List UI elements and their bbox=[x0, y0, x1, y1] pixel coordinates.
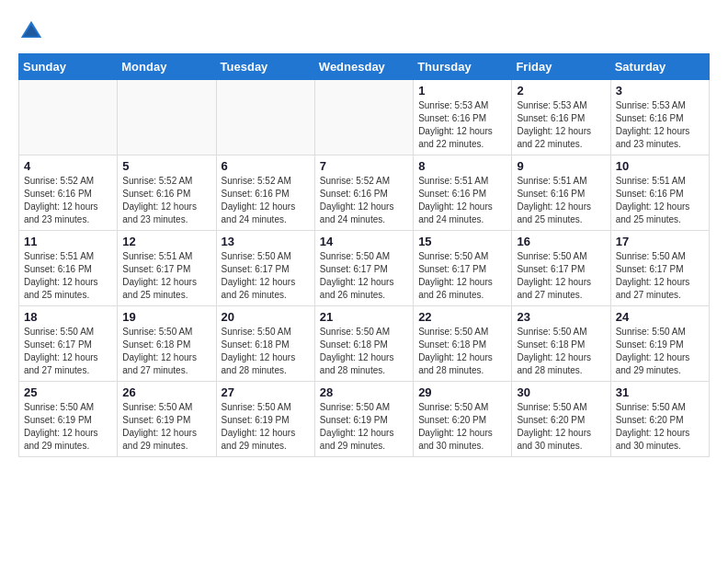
day-info: Sunrise: 5:52 AM Sunset: 6:16 PM Dayligh… bbox=[320, 175, 408, 226]
day-info: Sunrise: 5:51 AM Sunset: 6:16 PM Dayligh… bbox=[616, 175, 704, 226]
day-number: 4 bbox=[24, 159, 112, 173]
day-info: Sunrise: 5:51 AM Sunset: 6:17 PM Dayligh… bbox=[122, 250, 210, 302]
day-info: Sunrise: 5:50 AM Sunset: 6:17 PM Dayligh… bbox=[418, 250, 506, 302]
day-info: Sunrise: 5:50 AM Sunset: 6:18 PM Dayligh… bbox=[517, 326, 605, 377]
calendar-cell bbox=[314, 80, 413, 155]
calendar-cell: 20Sunrise: 5:50 AM Sunset: 6:18 PM Dayli… bbox=[216, 306, 314, 382]
weekday-header-sunday: Sunday bbox=[19, 54, 118, 80]
day-number: 24 bbox=[616, 310, 704, 324]
day-number: 7 bbox=[320, 159, 408, 173]
calendar-cell: 9Sunrise: 5:51 AM Sunset: 6:16 PM Daylig… bbox=[512, 155, 610, 231]
day-info: Sunrise: 5:51 AM Sunset: 6:16 PM Dayligh… bbox=[517, 175, 605, 226]
day-info: Sunrise: 5:50 AM Sunset: 6:19 PM Dayligh… bbox=[222, 401, 310, 453]
day-number: 10 bbox=[616, 159, 704, 173]
day-number: 9 bbox=[517, 159, 605, 173]
day-number: 2 bbox=[517, 84, 605, 98]
calendar-week-row: 25Sunrise: 5:50 AM Sunset: 6:19 PM Dayli… bbox=[19, 382, 710, 457]
calendar-cell bbox=[216, 80, 314, 155]
day-info: Sunrise: 5:52 AM Sunset: 6:16 PM Dayligh… bbox=[24, 175, 112, 226]
day-info: Sunrise: 5:52 AM Sunset: 6:16 PM Dayligh… bbox=[122, 175, 210, 226]
calendar-cell: 10Sunrise: 5:51 AM Sunset: 6:16 PM Dayli… bbox=[610, 155, 709, 231]
day-number: 18 bbox=[24, 310, 112, 324]
day-info: Sunrise: 5:50 AM Sunset: 6:19 PM Dayligh… bbox=[616, 326, 704, 377]
calendar-cell: 8Sunrise: 5:51 AM Sunset: 6:16 PM Daylig… bbox=[414, 155, 512, 231]
weekday-header-saturday: Saturday bbox=[610, 54, 709, 80]
calendar-cell: 1Sunrise: 5:53 AM Sunset: 6:16 PM Daylig… bbox=[414, 80, 512, 155]
calendar-cell: 7Sunrise: 5:52 AM Sunset: 6:16 PM Daylig… bbox=[314, 155, 413, 231]
calendar-cell: 15Sunrise: 5:50 AM Sunset: 6:17 PM Dayli… bbox=[414, 231, 512, 306]
day-number: 12 bbox=[122, 235, 210, 248]
calendar-week-row: 11Sunrise: 5:51 AM Sunset: 6:16 PM Dayli… bbox=[19, 231, 710, 306]
weekday-header-wednesday: Wednesday bbox=[314, 54, 413, 80]
calendar-cell: 22Sunrise: 5:50 AM Sunset: 6:18 PM Dayli… bbox=[414, 306, 512, 382]
day-number: 21 bbox=[320, 310, 408, 324]
logo bbox=[18, 18, 48, 44]
calendar-cell: 3Sunrise: 5:53 AM Sunset: 6:16 PM Daylig… bbox=[610, 80, 709, 155]
day-number: 29 bbox=[418, 385, 506, 399]
day-number: 5 bbox=[122, 159, 210, 173]
day-number: 28 bbox=[320, 385, 408, 399]
day-info: Sunrise: 5:53 AM Sunset: 6:16 PM Dayligh… bbox=[418, 99, 506, 151]
calendar-week-row: 4Sunrise: 5:52 AM Sunset: 6:16 PM Daylig… bbox=[19, 155, 710, 231]
calendar-cell: 11Sunrise: 5:51 AM Sunset: 6:16 PM Dayli… bbox=[19, 231, 118, 306]
day-info: Sunrise: 5:50 AM Sunset: 6:20 PM Dayligh… bbox=[517, 401, 605, 453]
day-info: Sunrise: 5:52 AM Sunset: 6:16 PM Dayligh… bbox=[222, 175, 310, 226]
weekday-header-monday: Monday bbox=[118, 54, 216, 80]
calendar-cell: 4Sunrise: 5:52 AM Sunset: 6:16 PM Daylig… bbox=[19, 155, 118, 231]
day-info: Sunrise: 5:51 AM Sunset: 6:16 PM Dayligh… bbox=[24, 250, 112, 302]
day-info: Sunrise: 5:51 AM Sunset: 6:16 PM Dayligh… bbox=[418, 175, 506, 226]
calendar-cell: 23Sunrise: 5:50 AM Sunset: 6:18 PM Dayli… bbox=[512, 306, 610, 382]
day-info: Sunrise: 5:50 AM Sunset: 6:18 PM Dayligh… bbox=[122, 326, 210, 377]
day-info: Sunrise: 5:50 AM Sunset: 6:19 PM Dayligh… bbox=[122, 401, 210, 453]
day-number: 1 bbox=[418, 84, 506, 98]
day-number: 31 bbox=[616, 385, 704, 399]
calendar-cell: 27Sunrise: 5:50 AM Sunset: 6:19 PM Dayli… bbox=[216, 382, 314, 457]
calendar-cell: 28Sunrise: 5:50 AM Sunset: 6:19 PM Dayli… bbox=[314, 382, 413, 457]
calendar-cell bbox=[19, 80, 118, 155]
day-info: Sunrise: 5:50 AM Sunset: 6:17 PM Dayligh… bbox=[320, 250, 408, 302]
calendar-week-row: 18Sunrise: 5:50 AM Sunset: 6:17 PM Dayli… bbox=[19, 306, 710, 382]
calendar-cell: 2Sunrise: 5:53 AM Sunset: 6:16 PM Daylig… bbox=[512, 80, 610, 155]
calendar-cell: 14Sunrise: 5:50 AM Sunset: 6:17 PM Dayli… bbox=[314, 231, 413, 306]
calendar-table: SundayMondayTuesdayWednesdayThursdayFrid… bbox=[18, 53, 710, 457]
day-number: 22 bbox=[418, 310, 506, 324]
day-number: 16 bbox=[517, 235, 605, 248]
calendar-week-row: 1Sunrise: 5:53 AM Sunset: 6:16 PM Daylig… bbox=[19, 80, 710, 155]
calendar-cell: 31Sunrise: 5:50 AM Sunset: 6:20 PM Dayli… bbox=[610, 382, 709, 457]
calendar-cell: 26Sunrise: 5:50 AM Sunset: 6:19 PM Dayli… bbox=[118, 382, 216, 457]
weekday-header-friday: Friday bbox=[512, 54, 610, 80]
calendar-cell: 6Sunrise: 5:52 AM Sunset: 6:16 PM Daylig… bbox=[216, 155, 314, 231]
calendar-cell: 16Sunrise: 5:50 AM Sunset: 6:17 PM Dayli… bbox=[512, 231, 610, 306]
logo-icon bbox=[18, 18, 44, 44]
calendar-cell: 12Sunrise: 5:51 AM Sunset: 6:17 PM Dayli… bbox=[118, 231, 216, 306]
calendar-cell bbox=[118, 80, 216, 155]
day-number: 3 bbox=[616, 84, 704, 98]
day-info: Sunrise: 5:50 AM Sunset: 6:19 PM Dayligh… bbox=[24, 401, 112, 453]
day-info: Sunrise: 5:50 AM Sunset: 6:20 PM Dayligh… bbox=[616, 401, 704, 453]
day-number: 13 bbox=[222, 235, 310, 248]
day-number: 19 bbox=[122, 310, 210, 324]
day-info: Sunrise: 5:50 AM Sunset: 6:17 PM Dayligh… bbox=[24, 326, 112, 377]
day-number: 23 bbox=[517, 310, 605, 324]
day-info: Sunrise: 5:50 AM Sunset: 6:17 PM Dayligh… bbox=[222, 250, 310, 302]
day-number: 8 bbox=[418, 159, 506, 173]
calendar-cell: 19Sunrise: 5:50 AM Sunset: 6:18 PM Dayli… bbox=[118, 306, 216, 382]
calendar-cell: 21Sunrise: 5:50 AM Sunset: 6:18 PM Dayli… bbox=[314, 306, 413, 382]
day-number: 6 bbox=[222, 159, 310, 173]
day-number: 15 bbox=[418, 235, 506, 248]
calendar-cell: 13Sunrise: 5:50 AM Sunset: 6:17 PM Dayli… bbox=[216, 231, 314, 306]
weekday-header-thursday: Thursday bbox=[414, 54, 512, 80]
page-header bbox=[18, 18, 710, 44]
day-number: 25 bbox=[24, 385, 112, 399]
calendar-cell: 17Sunrise: 5:50 AM Sunset: 6:17 PM Dayli… bbox=[610, 231, 709, 306]
day-number: 27 bbox=[222, 385, 310, 399]
day-number: 30 bbox=[517, 385, 605, 399]
day-info: Sunrise: 5:53 AM Sunset: 6:16 PM Dayligh… bbox=[616, 99, 704, 151]
day-number: 26 bbox=[122, 385, 210, 399]
day-number: 17 bbox=[616, 235, 704, 248]
day-info: Sunrise: 5:53 AM Sunset: 6:16 PM Dayligh… bbox=[517, 99, 605, 151]
calendar-cell: 29Sunrise: 5:50 AM Sunset: 6:20 PM Dayli… bbox=[414, 382, 512, 457]
day-info: Sunrise: 5:50 AM Sunset: 6:18 PM Dayligh… bbox=[320, 326, 408, 377]
calendar-cell: 24Sunrise: 5:50 AM Sunset: 6:19 PM Dayli… bbox=[610, 306, 709, 382]
calendar-cell: 5Sunrise: 5:52 AM Sunset: 6:16 PM Daylig… bbox=[118, 155, 216, 231]
